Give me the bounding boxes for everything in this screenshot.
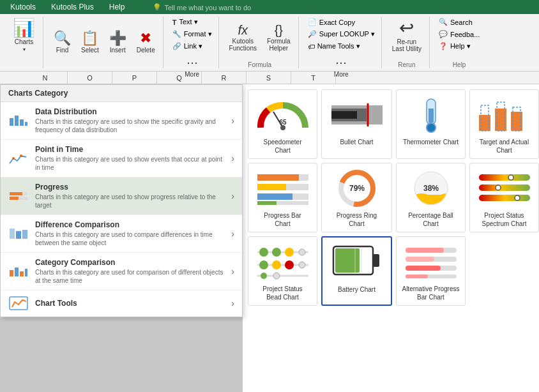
chart-project-status-bead[interactable]: Project StatusBead Chart bbox=[248, 236, 317, 306]
bullet-thumbnail bbox=[326, 94, 387, 135]
chart-project-status-spectrum[interactable]: Project StatusSpectrum Chart bbox=[469, 163, 539, 232]
tab-kutools-plus[interactable]: Kutools Plus bbox=[43, 0, 102, 14]
tab-kutools[interactable]: Kutools bbox=[3, 0, 43, 14]
link-button[interactable]: 🔗 Link ▾ bbox=[170, 41, 215, 52]
svg-rect-10 bbox=[10, 229, 15, 239]
charts-category-panel: Charts Category Data Distribution Charts… bbox=[0, 84, 243, 317]
percentage-ball-label: Percentage BallChart bbox=[408, 211, 453, 228]
charts-category-header: Charts Category bbox=[1, 85, 242, 102]
data-distribution-icon bbox=[8, 113, 29, 128]
formula-group-label: Formula bbox=[248, 61, 271, 68]
svg-point-58 bbox=[272, 248, 281, 257]
insert-button[interactable]: ➕ Insert bbox=[105, 29, 130, 56]
help-button[interactable]: ❓ Help ▾ bbox=[436, 41, 482, 52]
delete-button[interactable]: ✖ Delete bbox=[133, 29, 159, 56]
delete-icon: ✖ bbox=[140, 31, 151, 45]
chart-speedometer[interactable]: 65 SpeedometerChart bbox=[248, 89, 317, 159]
find-button[interactable]: 🔍 Find bbox=[50, 29, 75, 56]
col-header-o[interactable]: O bbox=[68, 72, 112, 84]
svg-text:65: 65 bbox=[279, 119, 287, 126]
edit-buttons: 🔍 Find 📋 Select ➕ Insert ✖ Delete bbox=[50, 17, 159, 68]
svg-point-62 bbox=[259, 260, 268, 269]
text-button[interactable]: T Text ▾ bbox=[170, 17, 215, 27]
svg-point-19 bbox=[280, 125, 285, 130]
formula-helper-button[interactable]: {} FormulaHelper bbox=[263, 21, 294, 54]
super-lookup-label: Super LOOKUP ▾ bbox=[319, 30, 375, 38]
col-header-p[interactable]: P bbox=[112, 72, 157, 84]
ribbon-group-format: T Text ▾ 🔧 Format ▾ 🔗 Link ▾ ⋯ More bbox=[166, 17, 219, 68]
exact-copy-label: Exact Copy bbox=[319, 19, 355, 26]
category-difference-comparison[interactable]: Difference Comparison Charts in this cat… bbox=[1, 215, 242, 253]
svg-rect-52 bbox=[479, 195, 530, 201]
exact-copy-button[interactable]: 📄 Exact Copy bbox=[305, 17, 377, 27]
col-header-n[interactable]: N bbox=[23, 72, 68, 84]
tab-search[interactable]: 💡 Tell me what you want to do bbox=[145, 1, 259, 14]
delete-label: Delete bbox=[137, 47, 155, 54]
project-status-bead-label: Project StatusBead Chart bbox=[262, 285, 302, 301]
search-button[interactable]: 🔍 Search bbox=[436, 17, 482, 27]
battery-label: Battery Chart bbox=[338, 285, 376, 294]
more-label-2: More bbox=[334, 71, 349, 78]
svg-rect-12 bbox=[22, 230, 27, 239]
select-button[interactable]: 📋 Select bbox=[77, 29, 103, 56]
charts-grid: 65 SpeedometerChart bbox=[248, 89, 534, 306]
chart-battery[interactable]: Battery Chart bbox=[321, 236, 392, 306]
category-data-distribution[interactable]: Data Distribution Charts in this categor… bbox=[1, 102, 242, 140]
svg-point-54 bbox=[496, 185, 501, 190]
chart-thermometer[interactable]: Thermometer Chart bbox=[396, 89, 466, 159]
col-header-q[interactable]: Q bbox=[157, 72, 202, 84]
name-tools-button[interactable]: 🏷 Name Tools ▾ bbox=[305, 41, 377, 52]
svg-rect-13 bbox=[10, 270, 13, 276]
chart-bullet[interactable]: Bullet Chart bbox=[321, 89, 392, 159]
data-distribution-title: Data Distribution bbox=[35, 107, 225, 116]
svg-rect-77 bbox=[406, 257, 434, 262]
point-in-time-title: Point in Time bbox=[35, 145, 225, 154]
category-chart-tools[interactable]: Chart Tools › bbox=[1, 290, 242, 317]
link-label: Link ▾ bbox=[184, 42, 202, 50]
target-actual-thumbnail bbox=[474, 94, 535, 135]
rerun-button[interactable]: ↩ Re-runLast Utility bbox=[388, 17, 425, 55]
svg-point-64 bbox=[285, 260, 294, 269]
feedback-button[interactable]: 💬 Feedba... bbox=[436, 29, 482, 40]
charts-button[interactable]: 📊 Charts ▾ bbox=[9, 17, 39, 55]
chart-alternative-progress[interactable]: Alternative ProgressBar Chart bbox=[396, 236, 466, 306]
col-header-r[interactable]: R bbox=[202, 72, 247, 84]
project-status-spectrum-thumbnail bbox=[474, 167, 535, 209]
charts-arrow: ▾ bbox=[23, 47, 26, 52]
insert-icon: ➕ bbox=[109, 31, 126, 45]
insert-label: Insert bbox=[110, 47, 126, 54]
ribbon-tabs: Kutools Kutools Plus Help 💡 Tell me what… bbox=[0, 0, 539, 14]
chart-progress-ring[interactable]: 79% Progress RingChart bbox=[321, 163, 392, 232]
format-button[interactable]: 🔧 Format ▾ bbox=[170, 29, 215, 40]
help-icon: ❓ bbox=[439, 42, 448, 50]
point-in-time-icon bbox=[8, 151, 29, 166]
col-header-s[interactable]: S bbox=[247, 72, 291, 84]
category-comparison-arrow: › bbox=[231, 266, 234, 276]
format-col: T Text ▾ 🔧 Format ▾ 🔗 Link ▾ bbox=[170, 17, 215, 52]
super-lookup-button[interactable]: 🔎 Super LOOKUP ▾ bbox=[305, 29, 377, 40]
alternative-progress-label: Alternative ProgressBar Chart bbox=[402, 285, 459, 301]
svg-rect-36 bbox=[257, 174, 299, 181]
category-category-comparison[interactable]: Category Comparison Charts in this categ… bbox=[1, 253, 242, 290]
speedometer-label: SpeedometerChart bbox=[263, 138, 301, 155]
chart-percentage-ball[interactable]: 38% Percentage BallChart bbox=[396, 163, 466, 232]
chart-target-actual[interactable]: Target and ActualChart bbox=[469, 89, 539, 159]
ribbon: 📊 Charts ▾ 🔍 Find 📋 Select bbox=[0, 14, 539, 72]
column-headers: N O P Q R S T bbox=[0, 72, 539, 84]
find-icon: 🔍 bbox=[54, 31, 71, 45]
category-point-in-time[interactable]: Point in Time Charts in this category ar… bbox=[1, 140, 242, 177]
chart-progress-bar[interactable]: Progress BarChart bbox=[248, 163, 317, 232]
category-comparison-title: Category Comparison bbox=[35, 258, 225, 267]
format-icon: 🔧 bbox=[172, 30, 181, 38]
alternative-progress-thumbnail bbox=[400, 241, 461, 282]
kutools-functions-button[interactable]: fx KutoolsFunctions bbox=[225, 21, 261, 54]
col-header-t[interactable]: T bbox=[291, 72, 336, 84]
svg-point-59 bbox=[285, 248, 294, 257]
tab-help[interactable]: Help bbox=[102, 0, 133, 14]
search-box[interactable]: Tell me what you want to do bbox=[164, 4, 251, 11]
svg-rect-42 bbox=[257, 201, 277, 205]
difference-comparison-content: Difference Comparison Charts in this cat… bbox=[35, 220, 225, 247]
category-comparison-content: Category Comparison Charts in this categ… bbox=[35, 258, 225, 285]
category-progress[interactable]: Progress Charts in this category are use… bbox=[1, 177, 242, 215]
progress-content: Progress Charts in this category are use… bbox=[35, 183, 225, 209]
